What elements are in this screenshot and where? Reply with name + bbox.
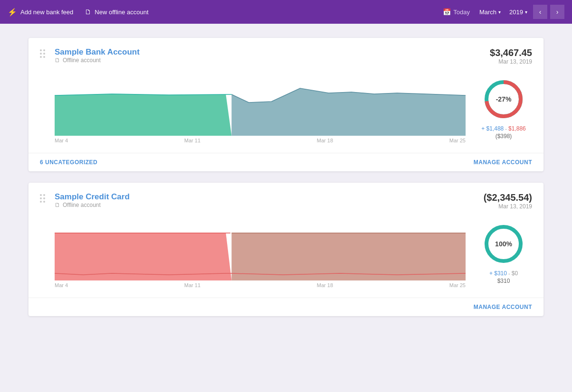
chart-labels-2: Mar 4 Mar 11 Mar 18 Mar 25 [55, 280, 466, 288]
account-date: Mar 13, 2019 [490, 58, 532, 65]
add-bank-feed-label: Add new bank feed [20, 9, 73, 16]
account-balance-2: ($2,345.54) [484, 192, 532, 203]
document-icon: 🗋 [85, 8, 91, 16]
chart-section-2: Mar 4 Mar 11 Mar 18 Mar 25 [55, 219, 532, 288]
account-name[interactable]: Sample Bank Account [55, 47, 140, 57]
chart-wrap-2: Mar 4 Mar 11 Mar 18 Mar 25 [55, 219, 466, 288]
donut-label-2: 100% [495, 240, 512, 248]
next-button[interactable]: › [550, 5, 564, 19]
drag-handle[interactable] [40, 47, 45, 58]
account-right-2: ($2,345.54) Mar 13, 2019 [484, 192, 532, 210]
svg-marker-2 [231, 88, 466, 136]
account-left: Sample Bank Account 🗋 Offline account [55, 47, 140, 71]
chart-labels: Mar 4 Mar 11 Mar 18 Mar 25 [55, 136, 466, 143]
today-button[interactable]: 📅 Today [439, 6, 474, 18]
calendar-icon: 📅 [443, 8, 451, 16]
new-offline-account-button[interactable]: 🗋 New offline account [85, 8, 148, 16]
topbar-left: ⚡ Add new bank feed 🗋 New offline accoun… [8, 8, 439, 17]
offline-text-2: Offline account [63, 202, 101, 208]
donut-section-2: 100% + $310 - $0 $310 [475, 223, 532, 284]
account-header-row: Sample Bank Account 🗋 Offline account $3… [55, 47, 532, 71]
donut-stats-2: + $310 - $0 $310 [489, 270, 518, 284]
month-label: March [479, 9, 496, 16]
chevron-down-icon: ▾ [498, 9, 501, 15]
donut-wrap-2: 100% [482, 223, 525, 265]
card-body-2: Sample Credit Card 🗋 Offline account ($2… [29, 183, 543, 298]
donut-in-out: + $1,488 - $1,886 [481, 125, 526, 132]
credit-card-card: Sample Credit Card 🗋 Offline account ($2… [29, 183, 543, 316]
doc-icon-2: 🗋 [55, 202, 60, 208]
donut-stats: + $1,488 - $1,886 ($398) [481, 125, 526, 140]
account-right: $3,467.45 Mar 13, 2019 [490, 47, 532, 65]
card-footer: 6 UNCATEGORIZED MANAGE ACCOUNT [29, 153, 543, 171]
topbar-right: 📅 Today March ▾ 2019 ▾ ‹ › [439, 5, 564, 19]
chevron-right-icon: › [556, 8, 559, 16]
chevron-left-icon: ‹ [539, 8, 542, 16]
cc-chart-svg [55, 219, 466, 280]
account-date-2: Mar 13, 2019 [484, 203, 532, 210]
new-offline-label: New offline account [95, 9, 148, 16]
card-footer-2: MANAGE ACCOUNT [29, 298, 543, 316]
bank-account-card: Sample Bank Account 🗋 Offline account $3… [29, 38, 543, 171]
topbar: ⚡ Add new bank feed 🗋 New offline accoun… [0, 0, 572, 24]
chart-label-3: Mar 18 [317, 138, 333, 143]
offline-text: Offline account [63, 57, 101, 64]
lightning-icon: ⚡ [8, 8, 17, 17]
chart-label-2-2: Mar 11 [184, 282, 200, 288]
account-header-row-2: Sample Credit Card 🗋 Offline account ($2… [55, 192, 532, 216]
doc-icon: 🗋 [55, 57, 60, 64]
drag-handle-2[interactable] [40, 192, 45, 203]
offline-label-2: 🗋 Offline account [55, 202, 130, 208]
separator-2: - [508, 271, 512, 276]
manage-account-link[interactable]: MANAGE ACCOUNT [474, 159, 532, 166]
add-bank-feed-button[interactable]: ⚡ Add new bank feed [8, 8, 73, 17]
prev-button[interactable]: ‹ [533, 5, 547, 19]
donut-section: -27% + $1,488 - $1,886 ($398) [475, 78, 532, 140]
offline-label: 🗋 Offline account [55, 57, 140, 64]
chart-label-2-4: Mar 25 [449, 282, 466, 288]
manage-account-link-2[interactable]: MANAGE ACCOUNT [474, 304, 532, 310]
chart-container-2 [55, 219, 466, 280]
donut-in-2: + $310 [489, 270, 507, 277]
chart-label-2-1: Mar 4 [55, 282, 68, 288]
chart-label-2: Mar 11 [184, 138, 200, 143]
donut-out: $1,886 [508, 125, 526, 132]
account-name-2[interactable]: Sample Credit Card [55, 192, 130, 202]
account-balance: $3,467.45 [490, 47, 532, 58]
donut-in-out-2: + $310 - $0 [489, 270, 518, 277]
donut-in: + $1,488 [481, 125, 504, 132]
chart-section: Mar 4 Mar 11 Mar 18 Mar 25 [55, 74, 532, 143]
chart-container [55, 74, 466, 136]
chart-label-1: Mar 4 [55, 138, 68, 143]
year-label: 2019 [509, 9, 523, 16]
donut-net: ($398) [481, 133, 526, 140]
donut-label: -27% [496, 95, 512, 103]
main-content: Sample Bank Account 🗋 Offline account $3… [0, 24, 572, 330]
donut-out-2: $0 [512, 270, 518, 277]
year-dropdown[interactable]: 2019 ▾ [506, 7, 530, 18]
month-dropdown[interactable]: March ▾ [477, 7, 504, 18]
bank-chart-svg [55, 74, 466, 136]
account-info: Sample Bank Account 🗋 Offline account $3… [55, 47, 532, 143]
today-label: Today [453, 9, 470, 16]
svg-marker-6 [55, 233, 231, 280]
chart-wrap: Mar 4 Mar 11 Mar 18 Mar 25 [55, 74, 466, 143]
card-body: Sample Bank Account 🗋 Offline account $3… [29, 38, 543, 153]
chart-label-4: Mar 25 [449, 138, 466, 143]
account-left-2: Sample Credit Card 🗋 Offline account [55, 192, 130, 216]
chart-label-2-3: Mar 18 [317, 282, 333, 288]
donut-net-2: $310 [489, 278, 518, 284]
svg-marker-1 [55, 94, 231, 136]
donut-wrap: -27% [482, 78, 525, 121]
uncategorized-link[interactable]: 6 UNCATEGORIZED [40, 159, 97, 166]
chevron-down-icon: ▾ [525, 9, 527, 15]
account-info-2: Sample Credit Card 🗋 Offline account ($2… [55, 192, 532, 288]
